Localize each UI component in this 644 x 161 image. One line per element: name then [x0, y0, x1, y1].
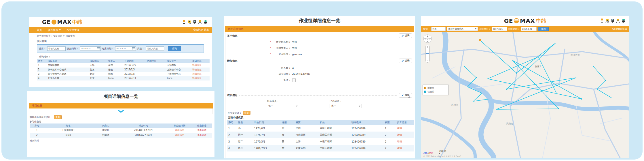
detail-link[interactable]: 详情: [397, 140, 402, 143]
app-header: GE MAX 中纬: [421, 16, 629, 26]
member-select[interactable]: 当前作业组成员: [447, 27, 478, 31]
map-zoom-control[interactable]: + −: [425, 45, 430, 63]
nav-item-home[interactable]: 首页: [37, 28, 42, 32]
end-date-input[interactable]: [116, 47, 132, 50]
detail-link[interactable]: 详细信息: [192, 73, 202, 75]
edit-basic-button[interactable]: 编辑: [399, 33, 412, 38]
detail-link[interactable]: 详情: [397, 147, 402, 149]
start-date-field[interactable]: [80, 46, 101, 51]
detail-link[interactable]: 详细信息: [192, 68, 202, 71]
table-cell: 详细信息: [191, 63, 210, 68]
resize-handle-icon[interactable]: ◢: [408, 96, 410, 98]
column-header: 序号: [227, 120, 237, 125]
table-row: 1滨湖路项目大冶何伟2017/3/22大冶市政详细信息: [37, 63, 210, 68]
table-cell: 123456789: [350, 145, 384, 151]
edit-members-button[interactable]: 编辑: [399, 93, 412, 98]
column-header: 成立时间: [119, 123, 168, 128]
column-header: 权限: [384, 120, 396, 125]
table-cell: 详情: [396, 125, 414, 132]
member-search-input[interactable]: [431, 27, 446, 31]
column-header: 性别: [281, 120, 295, 125]
map-pan-control[interactable]: [423, 34, 432, 43]
legend-swatch-orange: [424, 87, 426, 89]
workgroups-table: 序号组名负责人成立时间作业组详情作业轨迹1上海测量组1庆晓凡2014年11月29…: [30, 123, 214, 138]
table-cell: 徕卡技术中心测试: [47, 68, 89, 72]
user-detail-bar: 用户详细信息: [225, 26, 414, 32]
theodolite-icon: [616, 18, 620, 23]
globe-icon: [52, 20, 56, 25]
type-input[interactable]: [146, 46, 164, 51]
zoom-out-icon[interactable]: −: [426, 59, 429, 62]
end-date-field[interactable]: [115, 46, 136, 51]
detail-link[interactable]: 详细信息: [175, 129, 184, 132]
end-time-input[interactable]: [521, 27, 537, 31]
table-row: 2徕卡技术中心测试北京徐凯2017/7/5上海技术中心详细信息: [37, 68, 210, 72]
selected-members-select[interactable]: 孙一: [330, 104, 362, 108]
table-cell: 2: [384, 138, 396, 145]
logout-link[interactable]: GeoMax 退出: [612, 27, 627, 31]
logo-text-ge: GE: [504, 17, 513, 24]
table-cell: 安徽合肥: [295, 145, 319, 151]
start-time-input[interactable]: [492, 27, 507, 31]
keyword-input[interactable]: [47, 46, 66, 51]
table-cell: leica: [107, 76, 123, 80]
view-workload-button[interactable]: 查看: [243, 111, 250, 115]
table-cell: 2: [30, 133, 44, 138]
logo-text-ge: GE: [42, 19, 51, 25]
field-value: 2014年12月9日: [292, 72, 310, 76]
logo-text-max: MAX: [520, 17, 535, 24]
table-cell: 高级工程师: [319, 132, 350, 138]
detail-link[interactable]: 查看轨迹: [197, 134, 206, 136]
table-cell: 2017/7/5: [123, 72, 146, 76]
scale-bar: [439, 153, 450, 154]
table-cell: 女: [281, 132, 295, 138]
legend-item-tracks[interactable]: 轨迹线: [424, 90, 447, 93]
detail-link[interactable]: 详情: [397, 133, 402, 136]
collapse-chevron-icon[interactable]: [118, 110, 124, 113]
nav-item-projects[interactable]: 项目管理: [48, 28, 61, 32]
collapse-row[interactable]: [29, 108, 213, 114]
table-cell: 中级工程师: [319, 138, 350, 145]
column-header: 作业组详情: [168, 123, 191, 128]
required-asterisk: *: [270, 53, 271, 56]
logout-link[interactable]: GeoMax 退出: [193, 28, 209, 32]
detail-link[interactable]: 详细信息: [192, 64, 202, 67]
edit-extra-button[interactable]: 编辑: [399, 59, 412, 63]
available-members-select[interactable]: 张一: [267, 104, 299, 108]
detail-link[interactable]: 查看轨迹: [197, 129, 206, 132]
detail-link[interactable]: 详情: [397, 127, 402, 130]
baidu-logo[interactable]: Baidu: [423, 151, 432, 155]
view-stats-button[interactable]: 查看: [54, 115, 62, 119]
table-cell: leica: [44, 133, 92, 138]
page-title: 项目详细信息一览: [27, 91, 214, 99]
start-date-input[interactable]: [81, 47, 96, 50]
column-header: 序号: [30, 123, 44, 128]
workload-stats-label: 作业量统计：: [228, 111, 242, 115]
column-header: 项目业主: [166, 59, 191, 63]
workgroup-detail-page: 作业组详细信息一览 用户详细信息 基本信息 编辑 * 作业组名称： 中纬: [224, 16, 415, 158]
map-canvas[interactable]: 大冶湖 滨湖路 湖滨大道 测量1 + −: [421, 32, 629, 158]
field-founded-date: 成立日期： 2014年12月9日: [270, 71, 412, 77]
table-cell: 2017/7/5: [123, 68, 146, 72]
column-header: 项目信息: [191, 59, 210, 63]
calendar-icon[interactable]: [132, 47, 135, 50]
table-cell: 高级工程师: [319, 125, 350, 132]
column-header: 员工信息: [396, 120, 414, 125]
members-table: 序号姓名出生日期性别籍贯职位联系电话权限员工信息1孙一1974/6/1女江苏高级…: [227, 120, 412, 151]
table-header-row: 序号组名负责人成立时间作业组详情作业轨迹: [30, 123, 212, 128]
detail-link[interactable]: 详细信息: [192, 77, 202, 80]
table-cell: 女: [281, 145, 295, 151]
zoom-slider-handle[interactable]: [426, 53, 429, 54]
nav-item-workgroups[interactable]: 作业组管理: [67, 28, 79, 32]
legend-item-points[interactable]: 测量点: [424, 86, 447, 90]
detail-link[interactable]: 详细信息: [175, 134, 184, 136]
zoom-in-icon[interactable]: +: [426, 45, 429, 48]
notes-box[interactable]: [292, 78, 296, 82]
search-button[interactable]: 查询: [168, 46, 181, 51]
table-cell: 2016年2月24日: [119, 133, 168, 138]
table-row: 4钱二1981/7/23女安徽合肥中级工程师1234567892详情: [227, 145, 414, 151]
map-search-button[interactable]: 查询: [538, 27, 549, 31]
calendar-icon[interactable]: [97, 47, 100, 50]
extra-info-label: 附加信息: [227, 59, 238, 63]
column-header: 作业轨迹: [191, 123, 212, 128]
